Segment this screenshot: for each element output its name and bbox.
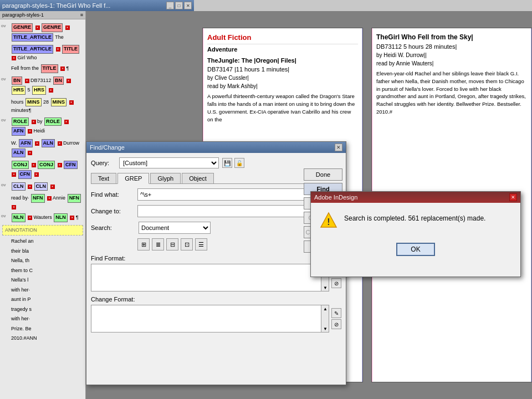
jungle-narrator: read by Mark Ashby| [207,83,358,90]
tag-role[interactable]: ROLE [12,117,29,126]
save-query-button[interactable]: 💾 [222,158,232,168]
tag-bn[interactable]: BN [12,76,22,85]
tag-conj-close[interactable]: × [32,163,36,167]
tag-nfn-close[interactable]: × [47,196,52,201]
adult-fiction-title: Adult Fiction [207,33,358,44]
tag-cfn-2[interactable]: CFN [18,170,32,179]
tag-aln-2[interactable]: ALN [12,149,25,157]
styles-panel-expand[interactable]: ≡ [80,12,83,18]
tag-mins[interactable]: MINS [25,98,42,107]
tag-title-2-close[interactable]: × [60,66,65,71]
find-format-icon-2[interactable]: ⊘ [331,278,341,288]
tag-title-article[interactable]: TITLE_ARTICLE [12,33,53,42]
query-select[interactable]: [Custom] [119,157,219,168]
tag-cln[interactable]: CLN [12,182,25,191]
change-to-label: Change to: [91,208,135,214]
tab-glyph[interactable]: Glyph [150,173,181,183]
query-label: Query: [91,160,116,166]
close-button[interactable]: ✕ [184,2,192,9]
tag-afn-close[interactable]: × [28,129,32,134]
find-what-input[interactable] [137,188,328,201]
change-format-label: Change Format: [91,296,341,303]
tag-conj-2[interactable]: CONJ [38,161,55,170]
change-to-input[interactable] [137,205,328,217]
search-label: Search: [91,224,135,231]
tag-title-article-2[interactable]: TITLE_ARTICLE [12,45,53,54]
change-format-scroll-up[interactable]: ▲ [321,305,329,312]
tag-aln[interactable]: ALN [42,139,55,148]
find-format-scroll-down[interactable]: ▼ [321,284,329,291]
maximize-button[interactable]: □ [175,2,183,9]
alert-close-button[interactable]: ✕ [509,193,517,201]
done-button[interactable]: Done [304,168,342,181]
tag-afn[interactable]: AFN [12,127,25,136]
tag-hrs-2[interactable]: HRS [32,86,46,95]
tag-hrs-2-close[interactable]: × [49,88,53,93]
tab-text[interactable]: Text [91,173,116,183]
tag-cln-close[interactable]: × [28,185,32,189]
tag-conj[interactable]: CONJ [12,161,29,170]
toolbar-icon-1[interactable]: ⊞ [137,238,150,250]
tag-bn-2-close[interactable]: × [66,79,71,83]
tag-afn-2-close[interactable]: × [35,141,39,146]
toolbar-icon-2[interactable]: ≣ [152,238,164,250]
change-format-row: ▲ ▼ ✎ ⊘ [91,305,341,332]
tag-mins-2[interactable]: MINS [51,98,67,107]
tag-afn-2[interactable]: AFN [19,139,33,148]
tag-cfn-close[interactable]: × [12,172,16,177]
find-format-box: ▲ ▼ [91,264,329,291]
tab-grep[interactable]: GREP [117,173,149,184]
tag-title-close[interactable]: × [12,56,16,60]
tag-genre-2-close[interactable]: × [65,25,70,30]
db-num: DB73112 [30,78,52,83]
search-select[interactable]: Document [139,222,211,234]
tag-cfn[interactable]: CFN [64,161,78,170]
find-change-close-button[interactable]: ✕ [335,144,342,151]
tag-nln[interactable]: NLN [12,213,25,222]
tab-object[interactable]: Object [182,173,214,183]
change-format-section: Change Format: ▲ ▼ ✎ ⊘ [91,296,341,332]
tag-nfn-2-close[interactable]: × [12,205,16,209]
tag-title[interactable]: TITLE [62,45,79,54]
tag-nfn-2[interactable]: NFN [68,194,81,203]
tag-title-2[interactable]: TITLE [41,64,58,73]
tag-bn-2[interactable]: BN [53,76,64,85]
tag-cln-2[interactable]: CLN [34,182,48,191]
tag-cln-2-close[interactable]: × [50,185,55,189]
tag-conj-2-close[interactable]: × [58,163,62,167]
toolbar-icon-5[interactable]: ☰ [195,238,207,250]
tag-aln-close[interactable]: × [58,141,62,146]
app-title: paragraph-styles-1: TheGirl Who Fell f..… [2,2,110,9]
with-her-text: with her· [11,287,30,293]
tag-role-2-close[interactable]: × [64,120,69,124]
tag-bn-close[interactable]: × [25,79,29,83]
jungle-book-title: TheJungle: The |Oregon| Files| [207,57,358,65]
tag-nln-2-close[interactable]: × [70,216,74,220]
tag-nfn[interactable]: NFN [31,194,45,203]
tag-mins-2-close[interactable]: × [69,100,74,105]
find-what-label: Find what: [91,191,135,198]
tag-nln-2[interactable]: NLN [54,213,68,222]
minimize-button[interactable]: _ [166,2,174,9]
tag-role-close[interactable]: × [32,120,36,124]
tag-role-2[interactable]: ROLE [44,117,62,126]
ok-button[interactable]: OK [396,243,435,256]
tag-nln-close[interactable]: × [28,216,32,220]
tag-genre-1-close[interactable]: × [35,25,40,30]
change-format-scrollbar[interactable]: ▲ ▼ [321,305,329,332]
toolbar-icon-4[interactable]: ⊡ [181,238,193,250]
tag-hrs[interactable]: HRS [12,86,25,95]
change-format-icon-2[interactable]: ⊘ [331,319,341,329]
tag-genre-2[interactable]: GENRE [42,23,63,32]
tag-genre-1[interactable]: GENRE [12,23,33,32]
annotation-line-3: Nella, th [1,256,84,266]
tag-cfn-2-close[interactable]: × [34,172,39,177]
title-article-text: The [55,34,64,40]
tag-title-article-2-close[interactable]: × [56,47,60,52]
load-query-button[interactable]: 🔓 [234,158,244,168]
change-format-icon-1[interactable]: ✎ [331,308,341,318]
tag-aln-2-close[interactable]: × [28,151,32,155]
toolbar-icon-3[interactable]: ⊟ [166,238,178,250]
change-format-scroll-down[interactable]: ▼ [321,325,329,332]
alert-message: Search is completed. 561 replacement(s) … [344,212,485,223]
